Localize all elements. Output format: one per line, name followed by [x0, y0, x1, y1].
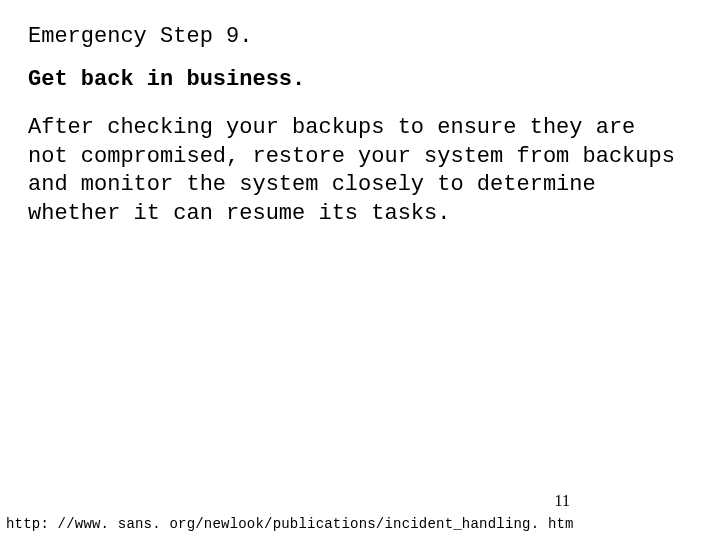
page-number: 11 [555, 492, 570, 510]
slide-headline: Get back in business. [28, 67, 692, 92]
slide-body-text: After checking your backups to ensure th… [28, 114, 688, 228]
step-label: Emergency Step 9. [28, 24, 692, 49]
footer-url: http: //www. sans. org/newlook/publicati… [6, 516, 574, 532]
slide-page: Emergency Step 9. Get back in business. … [0, 0, 720, 540]
